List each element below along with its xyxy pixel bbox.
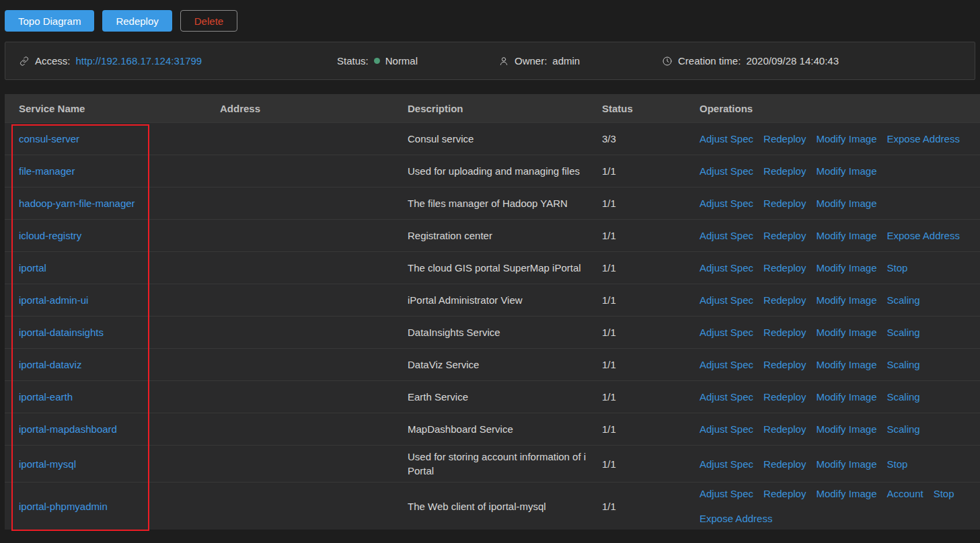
operation-link-modify-image[interactable]: Modify Image (816, 358, 876, 372)
table-body: consul-server Consul service 3/3 Adjust … (5, 122, 980, 530)
status-cell: 1/1 (602, 501, 700, 512)
clock-icon (662, 56, 673, 67)
status-cell: 1/1 (602, 262, 700, 274)
operation-link-redeploy[interactable]: Redeploy (763, 228, 806, 243)
service-name-link[interactable]: iportal-mysql (19, 458, 76, 470)
table-row: iportal-earth Earth Service 1/1 Adjust S… (5, 380, 980, 413)
operation-link-modify-image[interactable]: Modify Image (816, 390, 876, 404)
operation-link-adjust-spec[interactable]: Adjust Spec (700, 228, 753, 243)
operation-link-adjust-spec[interactable]: Adjust Spec (700, 132, 753, 146)
service-name-link[interactable]: iportal-earth (19, 391, 73, 403)
operation-link-redeploy[interactable]: Redeploy (763, 390, 806, 404)
operations-cell: Adjust SpecRedeployModify ImageStop (700, 261, 969, 275)
operation-link-redeploy[interactable]: Redeploy (763, 422, 806, 436)
operation-link-expose-address[interactable]: Expose Address (887, 132, 959, 146)
operation-link-redeploy[interactable]: Redeploy (763, 325, 806, 339)
operation-link-modify-image[interactable]: Modify Image (816, 457, 876, 471)
service-name-link[interactable]: consul-server (19, 133, 79, 144)
status-cell: 1/1 (602, 423, 700, 435)
service-name-link[interactable]: iportal-phpmyadmin (19, 501, 108, 512)
operation-link-adjust-spec[interactable]: Adjust Spec (700, 487, 753, 501)
service-name-link[interactable]: icloud-registry (19, 230, 81, 241)
delete-button[interactable]: Delete (180, 10, 237, 32)
operations-cell: Adjust SpecRedeployModify Image (700, 196, 969, 210)
access-info: Access: http://192.168.17.124:31799 (19, 55, 337, 67)
service-name-link[interactable]: iportal-mapdashboard (19, 423, 117, 435)
operation-link-modify-image[interactable]: Modify Image (816, 196, 876, 210)
service-name-link[interactable]: iportal-admin-ui (19, 294, 88, 306)
operations-cell: Adjust SpecRedeployModify ImageAccountSt… (700, 487, 969, 526)
access-url-link[interactable]: http://192.168.17.124:31799 (76, 55, 202, 67)
operation-link-modify-image[interactable]: Modify Image (816, 228, 876, 243)
description-cell: DataInsights Service (408, 325, 602, 339)
service-name-link[interactable]: iportal (19, 262, 46, 274)
operation-link-adjust-spec[interactable]: Adjust Spec (700, 261, 753, 275)
operation-link-scaling[interactable]: Scaling (887, 422, 919, 436)
operation-link-account[interactable]: Account (887, 487, 923, 501)
owner-value: admin (552, 55, 580, 67)
operation-link-adjust-spec[interactable]: Adjust Spec (700, 358, 753, 372)
operation-link-scaling[interactable]: Scaling (887, 293, 919, 307)
description-cell: The files manager of Hadoop YARN (408, 196, 602, 210)
operation-link-modify-image[interactable]: Modify Image (816, 261, 876, 275)
operation-link-redeploy[interactable]: Redeploy (763, 164, 806, 178)
operation-link-redeploy[interactable]: Redeploy (763, 196, 806, 210)
operation-link-modify-image[interactable]: Modify Image (816, 164, 876, 178)
operation-link-adjust-spec[interactable]: Adjust Spec (700, 325, 753, 339)
description-cell: DataViz Service (408, 358, 602, 372)
operation-link-adjust-spec[interactable]: Adjust Spec (700, 196, 753, 210)
operations-cell: Adjust SpecRedeployModify ImageScaling (700, 390, 969, 404)
operation-link-modify-image[interactable]: Modify Image (816, 293, 876, 307)
operation-link-scaling[interactable]: Scaling (887, 325, 919, 339)
table-header: Service Name Address Description Status … (5, 94, 980, 122)
creation-time-info: Creation time: 2020/09/28 14:40:43 (662, 55, 839, 67)
operation-link-redeploy[interactable]: Redeploy (763, 261, 806, 275)
service-name-link[interactable]: iportal-dataviz (19, 359, 81, 370)
operation-link-adjust-spec[interactable]: Adjust Spec (700, 293, 753, 307)
operation-link-adjust-spec[interactable]: Adjust Spec (700, 164, 753, 178)
creation-time-label: Creation time: (678, 55, 741, 67)
operation-link-scaling[interactable]: Scaling (887, 390, 919, 404)
status-cell: 1/1 (602, 198, 700, 209)
description-cell: Registration center (408, 228, 602, 243)
user-icon (498, 56, 509, 67)
column-header-operations: Operations (700, 101, 969, 116)
topo-diagram-button[interactable]: Topo Diagram (5, 10, 94, 32)
operation-link-redeploy[interactable]: Redeploy (763, 358, 806, 372)
operation-link-redeploy[interactable]: Redeploy (763, 487, 806, 501)
status-cell: 1/1 (602, 165, 700, 177)
operation-link-redeploy[interactable]: Redeploy (763, 457, 806, 471)
operation-link-expose-address[interactable]: Expose Address (700, 511, 772, 526)
table-row: consul-server Consul service 3/3 Adjust … (5, 122, 980, 155)
service-name-link[interactable]: iportal-datainsights (19, 327, 104, 338)
operations-cell: Adjust SpecRedeployModify ImageStop (700, 457, 969, 471)
operation-link-redeploy[interactable]: Redeploy (763, 132, 806, 146)
operation-link-modify-image[interactable]: Modify Image (816, 132, 876, 146)
operation-link-stop[interactable]: Stop (934, 487, 954, 501)
operation-link-modify-image[interactable]: Modify Image (816, 325, 876, 339)
operation-link-stop[interactable]: Stop (887, 457, 907, 471)
operation-link-adjust-spec[interactable]: Adjust Spec (700, 422, 753, 436)
status-cell: 1/1 (602, 294, 700, 306)
redeploy-button[interactable]: Redeploy (102, 10, 172, 32)
operation-link-redeploy[interactable]: Redeploy (763, 293, 806, 307)
description-cell: The cloud GIS portal SuperMap iPortal (408, 261, 602, 275)
operation-link-stop[interactable]: Stop (887, 261, 907, 275)
owner-info: Owner: admin (498, 55, 662, 67)
status-cell: 1/1 (602, 327, 700, 338)
operation-link-expose-address[interactable]: Expose Address (887, 228, 959, 243)
creation-time-value: 2020/09/28 14:40:43 (746, 55, 839, 67)
column-header-description: Description (408, 101, 602, 116)
operation-link-modify-image[interactable]: Modify Image (816, 422, 876, 436)
service-name-link[interactable]: hadoop-yarn-file-manager (19, 198, 135, 209)
operation-link-scaling[interactable]: Scaling (887, 358, 919, 372)
operation-link-adjust-spec[interactable]: Adjust Spec (700, 390, 753, 404)
service-name-link[interactable]: file-manager (19, 165, 75, 177)
info-bar: Access: http://192.168.17.124:31799 Stat… (5, 42, 975, 80)
column-header-service-name: Service Name (5, 103, 220, 114)
operations-cell: Adjust SpecRedeployModify ImageScaling (700, 358, 969, 372)
status-value: Normal (385, 55, 418, 67)
status-cell: 1/1 (602, 458, 700, 470)
operation-link-modify-image[interactable]: Modify Image (816, 487, 876, 501)
operation-link-adjust-spec[interactable]: Adjust Spec (700, 457, 753, 471)
